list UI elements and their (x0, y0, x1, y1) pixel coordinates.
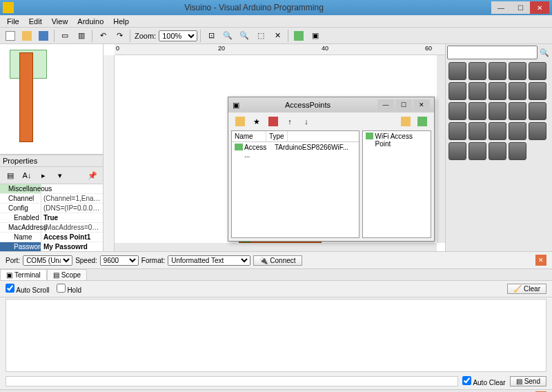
dialog-list[interactable]: Name Type Access ... TArduinoESP8266WiF.… (231, 130, 359, 238)
palette-item[interactable] (448, 142, 466, 160)
pin-button[interactable]: ✕ (270, 29, 285, 43)
autoclear-checkbox[interactable]: Auto Clear (462, 376, 505, 386)
property-grid[interactable]: Miscellaneous Channel(Channel=1,Enable..… (0, 184, 103, 251)
hold-checkbox[interactable]: Hold (57, 284, 81, 294)
speed-select[interactable]: 9600 (100, 255, 139, 266)
palette-search-input[interactable] (447, 46, 538, 59)
prop-config[interactable]: Config (0, 204, 41, 213)
palette-item[interactable] (529, 62, 546, 80)
tab-scope[interactable]: ▤Scope (47, 269, 87, 280)
zoom-region-button[interactable]: ⬚ (253, 29, 268, 43)
send-input[interactable] (6, 376, 458, 386)
palette-item[interactable] (489, 142, 506, 160)
serial-button[interactable]: ▣ (308, 29, 323, 43)
palette-item[interactable] (529, 122, 546, 140)
upload-button[interactable] (291, 29, 306, 43)
dialog-types-list[interactable]: WiFi Access Point (362, 130, 431, 238)
palette-item[interactable] (529, 102, 546, 120)
menu-arduino[interactable]: Arduino (73, 16, 108, 27)
autoscroll-checkbox[interactable]: Auto Scroll (6, 284, 50, 294)
palette-item[interactable] (469, 82, 486, 100)
col-name[interactable]: Name (232, 131, 266, 141)
palette-item[interactable] (529, 82, 546, 100)
separator (54, 30, 55, 42)
terminal-output[interactable] (6, 299, 546, 372)
zoom-select[interactable]: 100% (159, 30, 197, 41)
prop-category[interactable]: Miscellaneous (0, 184, 41, 193)
tab-terminal[interactable]: ▣Terminal (0, 269, 47, 280)
list-item[interactable]: WiFi Access Point (363, 131, 431, 149)
palette-item[interactable] (489, 122, 506, 140)
port-label: Port: (6, 257, 20, 264)
palette-item[interactable] (469, 62, 486, 80)
redo-button[interactable]: ↷ (112, 29, 127, 43)
prop-mac[interactable]: MacAddress (0, 223, 41, 232)
clear-button[interactable]: 🧹Clear (507, 284, 546, 294)
palette-item[interactable] (509, 102, 526, 120)
new-button[interactable] (3, 29, 18, 43)
prop-channel[interactable]: Channel (0, 194, 41, 203)
list-item[interactable]: Access ... TArduinoESP8266WiF... (232, 142, 359, 160)
port-select[interactable]: COM5 (Unava (23, 255, 72, 266)
palette-item[interactable] (509, 82, 526, 100)
menu-edit[interactable]: Edit (25, 16, 46, 27)
dlg-star-button[interactable]: ★ (249, 115, 264, 128)
prop-expand-button[interactable]: ▸ (36, 168, 51, 182)
menu-view[interactable]: View (48, 16, 72, 27)
dlg-delete-button[interactable] (266, 115, 281, 128)
zoom-fit-button[interactable]: ⊡ (204, 29, 219, 43)
dialog-maximize-button[interactable]: ☐ (395, 99, 412, 110)
palette-item[interactable] (489, 62, 506, 80)
save-button[interactable] (36, 29, 51, 43)
connect-button[interactable]: 🔌Connect (253, 255, 302, 266)
format-select[interactable]: Unformatted Text (168, 255, 250, 266)
palette-item[interactable] (489, 82, 506, 100)
dlg-up-button[interactable]: ↑ (282, 115, 297, 128)
open-button[interactable] (19, 29, 34, 43)
dlg-folder-button[interactable] (398, 115, 413, 128)
prop-az-button[interactable]: A↓ (19, 168, 34, 182)
palette-item[interactable] (469, 102, 486, 120)
palette-item[interactable] (448, 82, 466, 100)
overview-thumbnail[interactable] (0, 44, 103, 155)
col-type[interactable]: Type (266, 131, 288, 141)
dlg-wifi-button[interactable] (415, 115, 430, 128)
palette-item[interactable] (509, 122, 526, 140)
folder-icon (401, 117, 411, 126)
dialog-close-button[interactable]: ✕ (413, 99, 430, 110)
dlg-down-button[interactable]: ↓ (299, 115, 314, 128)
prop-categorize-button[interactable]: ▤ (3, 168, 18, 182)
menu-help[interactable]: Help (109, 16, 133, 27)
dialog-minimize-button[interactable]: — (377, 99, 394, 110)
close-button[interactable]: ✕ (530, 1, 549, 14)
maximize-button[interactable]: ☐ (511, 1, 530, 14)
palette-item[interactable] (489, 102, 506, 120)
palette-item[interactable] (469, 122, 486, 140)
prop-pin-button[interactable]: 📌 (85, 168, 100, 182)
layout1-button[interactable]: ▭ (57, 29, 72, 43)
palette-item[interactable] (509, 62, 526, 80)
separator (130, 30, 130, 42)
zoom-in-button[interactable]: 🔍 (220, 29, 235, 43)
undo-button[interactable]: ↶ (95, 29, 110, 43)
palette-item[interactable] (448, 62, 466, 80)
menu-file[interactable]: File (3, 16, 23, 27)
dlg-add-button[interactable] (233, 115, 248, 128)
send-button[interactable]: ▤Send (510, 376, 546, 386)
prop-collapse-button[interactable]: ▾ (52, 168, 68, 182)
prop-password[interactable]: Password (0, 242, 41, 251)
panel-close-button[interactable]: ✕ (535, 255, 546, 266)
layout2-button[interactable]: ▥ (74, 29, 89, 43)
palette-item[interactable] (448, 122, 466, 140)
palette-filter-button[interactable]: 🔍 (539, 46, 550, 59)
palette-item[interactable] (448, 102, 466, 120)
minimize-button[interactable]: — (491, 1, 511, 14)
scrollbar-horizontal[interactable] (115, 243, 437, 251)
palette-item[interactable] (469, 142, 486, 160)
accesspoints-dialog[interactable]: ▣ AccessPoints — ☐ ✕ ★ ↑ ↓ Name Type Acc… (228, 97, 435, 242)
palette-item[interactable] (509, 142, 526, 160)
scrollbar-vertical[interactable] (437, 55, 445, 243)
zoom-out-button[interactable]: 🔍 (237, 29, 252, 43)
prop-enabled[interactable]: Enabled (0, 213, 41, 222)
prop-name[interactable]: Name (0, 233, 41, 242)
